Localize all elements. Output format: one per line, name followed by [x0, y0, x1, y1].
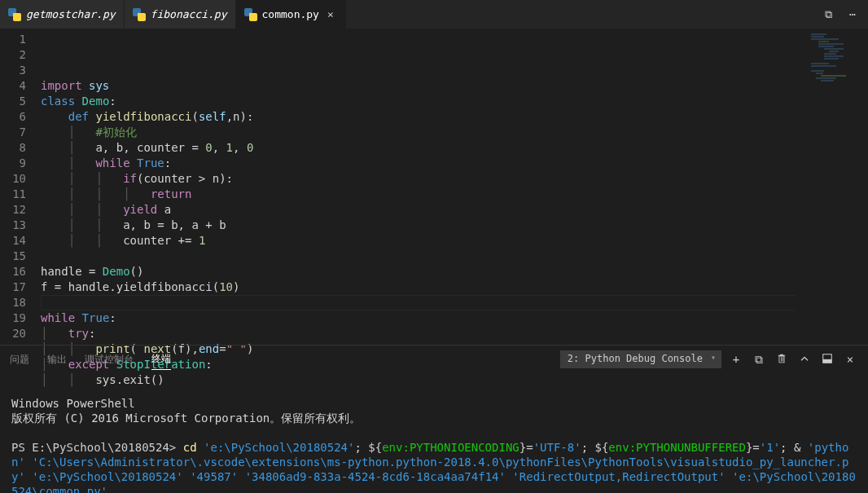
more-actions-icon[interactable]: ⋯ — [844, 8, 861, 20]
python-icon — [133, 8, 146, 21]
svg-rect-1 — [823, 359, 832, 362]
tab-actions: ⧉ ⋯ — [819, 0, 868, 29]
env: env:PYTHONIOENCODING — [382, 441, 519, 454]
tab-label: common.py — [262, 8, 319, 20]
panel-tab-bar: 问题 输出 调试控制台 终端 2: Python Debug Console +… — [0, 345, 868, 373]
env: ${ — [368, 441, 382, 454]
tab-getmostchar[interactable]: getmostchar.py — [0, 0, 125, 29]
panel-actions: 2: Python Debug Console + ⧉ × — [560, 350, 858, 368]
kill-terminal-icon[interactable] — [774, 353, 790, 367]
tab-terminal[interactable]: 终端 — [151, 352, 171, 370]
code-area[interactable]: import sysclass Demo: def yieldfibonacci… — [41, 29, 868, 345]
current-line-highlight — [41, 295, 868, 310]
env: '1' — [760, 441, 780, 454]
arg: 'e:\PySchool\20180524' — [204, 441, 354, 454]
tab-fibonacci[interactable]: fibonacci.py — [125, 0, 236, 29]
tab-output[interactable]: 输出 — [47, 353, 67, 367]
new-terminal-icon[interactable]: + — [728, 353, 744, 366]
terminal-line: 版权所有 (C) 2016 Microsoft Corporation。保留所有… — [11, 412, 361, 425]
terminal-selector[interactable]: 2: Python Debug Console — [560, 350, 721, 368]
tab-label: fibonacci.py — [151, 8, 227, 20]
split-editor-icon[interactable]: ⧉ — [819, 8, 837, 21]
minimap[interactable] — [795, 29, 868, 345]
minimap-content — [811, 33, 861, 82]
cmd: cd — [183, 441, 197, 454]
line-numbers: 1234567891011121314151617181920 — [0, 29, 41, 345]
env: }= — [746, 441, 760, 454]
tab-common[interactable]: common.py × — [236, 0, 346, 29]
tab-bar: getmostchar.py fibonacci.py common.py × … — [0, 0, 868, 29]
prompt: PS E:\PySchool\20180524> — [11, 441, 176, 454]
sep: ; — [581, 441, 595, 454]
env: }= — [519, 441, 533, 454]
terminal-line: Windows PowerShell — [11, 397, 135, 410]
tab-debug-console[interactable]: 调试控制台 — [85, 353, 134, 367]
arg: 'e:\PySchool\20180524' — [32, 470, 182, 483]
env: ${ — [595, 441, 609, 454]
chevron-up-icon[interactable] — [796, 353, 813, 367]
terminal[interactable]: Windows PowerShell 版权所有 (C) 2016 Microso… — [0, 373, 868, 493]
arg: '49587' — [190, 470, 238, 483]
env: 'UTF-8' — [533, 441, 581, 454]
python-icon — [244, 8, 257, 21]
tab-label: getmostchar.py — [26, 8, 116, 20]
arg: '34806ad9-833a-4524-8cd6-18ca4aa74f14' — [245, 470, 506, 483]
env: env:PYTHONUNBUFFERED — [608, 441, 746, 454]
sep: ; — [354, 441, 368, 454]
python-icon — [8, 8, 21, 21]
maximize-panel-icon[interactable] — [819, 353, 835, 367]
close-panel-icon[interactable]: × — [842, 353, 858, 366]
editor[interactable]: 1234567891011121314151617181920 import s… — [0, 29, 868, 345]
arg: 'RedirectOutput,RedirectOutput' — [512, 470, 725, 483]
split-terminal-icon[interactable]: ⧉ — [751, 353, 767, 367]
sep: ; & — [780, 441, 808, 454]
tab-problems[interactable]: 问题 — [10, 353, 29, 367]
close-icon[interactable]: × — [324, 8, 337, 21]
